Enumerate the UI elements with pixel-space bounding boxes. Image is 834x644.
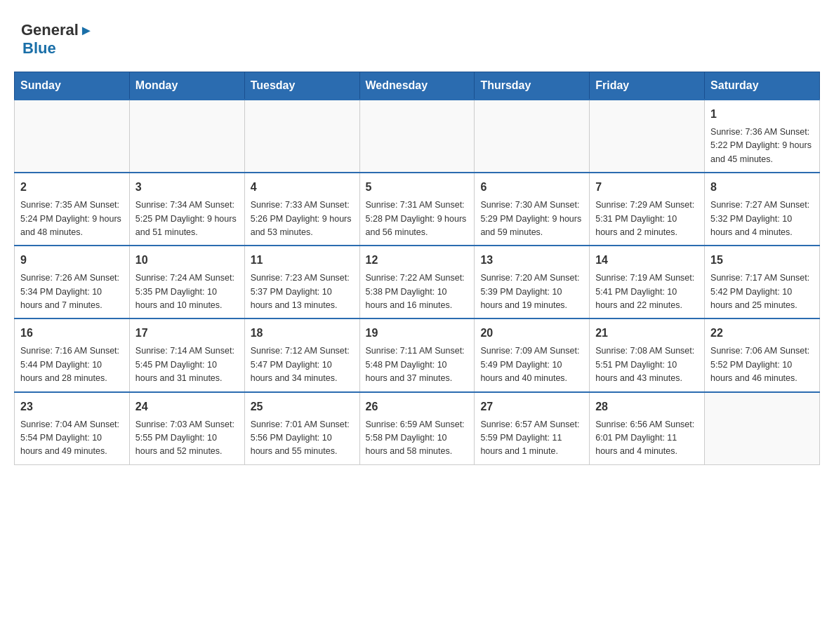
day-number: 12 — [366, 252, 469, 269]
calendar-cell: 3Sunrise: 7:34 AM Sunset: 5:25 PM Daylig… — [129, 173, 244, 246]
day-number: 17 — [135, 325, 239, 342]
day-info: Sunrise: 7:20 AM Sunset: 5:39 PM Dayligh… — [480, 271, 583, 312]
calendar-cell — [590, 100, 705, 173]
col-header-thursday: Thursday — [475, 72, 590, 100]
day-number: 6 — [480, 179, 583, 196]
day-info: Sunrise: 7:11 AM Sunset: 5:48 PM Dayligh… — [366, 344, 469, 385]
day-info: Sunrise: 7:16 AM Sunset: 5:44 PM Dayligh… — [20, 344, 124, 385]
day-info: Sunrise: 6:56 AM Sunset: 6:01 PM Dayligh… — [595, 418, 699, 459]
calendar-week-row: 2Sunrise: 7:35 AM Sunset: 5:24 PM Daylig… — [15, 173, 820, 246]
day-number: 4 — [251, 179, 354, 196]
day-number: 11 — [251, 252, 354, 269]
day-info: Sunrise: 7:31 AM Sunset: 5:28 PM Dayligh… — [366, 199, 469, 239]
calendar-cell: 23Sunrise: 7:04 AM Sunset: 5:54 PM Dayli… — [15, 392, 130, 465]
calendar-cell: 2Sunrise: 7:35 AM Sunset: 5:24 PM Daylig… — [15, 173, 130, 246]
day-number: 23 — [20, 398, 124, 415]
day-info: Sunrise: 7:30 AM Sunset: 5:29 PM Dayligh… — [480, 199, 583, 239]
day-info: Sunrise: 7:12 AM Sunset: 5:47 PM Dayligh… — [251, 344, 354, 385]
day-number: 20 — [480, 325, 583, 342]
calendar-cell: 9Sunrise: 7:26 AM Sunset: 5:34 PM Daylig… — [15, 246, 130, 318]
day-number: 1 — [710, 106, 814, 123]
col-header-tuesday: Tuesday — [244, 72, 359, 100]
day-info: Sunrise: 7:08 AM Sunset: 5:51 PM Dayligh… — [595, 344, 699, 385]
calendar-cell: 8Sunrise: 7:27 AM Sunset: 5:32 PM Daylig… — [705, 173, 820, 246]
calendar-cell: 11Sunrise: 7:23 AM Sunset: 5:37 PM Dayli… — [244, 246, 359, 318]
calendar-cell: 25Sunrise: 7:01 AM Sunset: 5:56 PM Dayli… — [244, 392, 359, 465]
day-number: 27 — [480, 398, 583, 415]
calendar-cell — [244, 100, 359, 173]
day-number: 28 — [595, 398, 699, 415]
day-info: Sunrise: 7:34 AM Sunset: 5:25 PM Dayligh… — [135, 199, 239, 239]
day-number: 13 — [480, 252, 583, 269]
calendar-header-row: SundayMondayTuesdayWednesdayThursdayFrid… — [15, 72, 820, 100]
calendar-cell: 5Sunrise: 7:31 AM Sunset: 5:28 PM Daylig… — [359, 173, 475, 246]
day-info: Sunrise: 7:26 AM Sunset: 5:34 PM Dayligh… — [20, 271, 124, 312]
day-number: 15 — [710, 252, 814, 269]
day-info: Sunrise: 6:57 AM Sunset: 5:59 PM Dayligh… — [480, 418, 583, 459]
calendar-cell: 12Sunrise: 7:22 AM Sunset: 5:38 PM Dayli… — [359, 246, 475, 318]
day-number: 21 — [595, 325, 699, 342]
day-number: 24 — [135, 398, 239, 415]
day-number: 5 — [366, 179, 469, 196]
day-info: Sunrise: 7:03 AM Sunset: 5:55 PM Dayligh… — [135, 418, 239, 459]
day-info: Sunrise: 7:19 AM Sunset: 5:41 PM Dayligh… — [595, 271, 699, 312]
day-info: Sunrise: 7:17 AM Sunset: 5:42 PM Dayligh… — [710, 271, 814, 312]
calendar-cell: 24Sunrise: 7:03 AM Sunset: 5:55 PM Dayli… — [129, 392, 244, 465]
calendar-cell — [475, 100, 590, 173]
day-number: 2 — [20, 179, 124, 196]
calendar-cell — [129, 100, 244, 173]
logo-arrow-icon: ► — [79, 22, 93, 39]
day-info: Sunrise: 7:09 AM Sunset: 5:49 PM Dayligh… — [480, 344, 583, 385]
day-info: Sunrise: 7:06 AM Sunset: 5:52 PM Dayligh… — [710, 344, 814, 385]
logo: General ► Blue — [21, 21, 94, 58]
calendar-week-row: 9Sunrise: 7:26 AM Sunset: 5:34 PM Daylig… — [15, 246, 820, 318]
day-number: 19 — [366, 325, 469, 342]
col-header-saturday: Saturday — [705, 72, 820, 100]
calendar-week-row: 23Sunrise: 7:04 AM Sunset: 5:54 PM Dayli… — [15, 392, 820, 465]
day-number: 10 — [135, 252, 239, 269]
calendar-cell: 21Sunrise: 7:08 AM Sunset: 5:51 PM Dayli… — [590, 318, 705, 391]
page-header: General ► Blue — [14, 14, 820, 58]
day-info: Sunrise: 7:04 AM Sunset: 5:54 PM Dayligh… — [20, 418, 124, 459]
day-number: 18 — [251, 325, 354, 342]
calendar-cell — [15, 100, 130, 173]
col-header-wednesday: Wednesday — [359, 72, 475, 100]
calendar-cell: 16Sunrise: 7:16 AM Sunset: 5:44 PM Dayli… — [15, 318, 130, 391]
logo-general: General — [21, 21, 79, 39]
day-info: Sunrise: 7:36 AM Sunset: 5:22 PM Dayligh… — [710, 126, 814, 166]
day-number: 8 — [710, 179, 814, 196]
calendar-cell: 13Sunrise: 7:20 AM Sunset: 5:39 PM Dayli… — [475, 246, 590, 318]
day-info: Sunrise: 7:01 AM Sunset: 5:56 PM Dayligh… — [251, 418, 354, 459]
day-number: 25 — [251, 398, 354, 415]
day-number: 7 — [595, 179, 699, 196]
calendar-cell: 17Sunrise: 7:14 AM Sunset: 5:45 PM Dayli… — [129, 318, 244, 391]
day-number: 9 — [20, 252, 124, 269]
calendar-cell: 4Sunrise: 7:33 AM Sunset: 5:26 PM Daylig… — [244, 173, 359, 246]
day-info: Sunrise: 6:59 AM Sunset: 5:58 PM Dayligh… — [366, 418, 469, 459]
calendar-cell: 22Sunrise: 7:06 AM Sunset: 5:52 PM Dayli… — [705, 318, 820, 391]
calendar-cell: 26Sunrise: 6:59 AM Sunset: 5:58 PM Dayli… — [359, 392, 475, 465]
calendar-cell: 14Sunrise: 7:19 AM Sunset: 5:41 PM Dayli… — [590, 246, 705, 318]
logo-top: General ► — [21, 21, 94, 39]
calendar-table: SundayMondayTuesdayWednesdayThursdayFrid… — [14, 72, 820, 465]
calendar-cell: 6Sunrise: 7:30 AM Sunset: 5:29 PM Daylig… — [475, 173, 590, 246]
calendar-week-row: 16Sunrise: 7:16 AM Sunset: 5:44 PM Dayli… — [15, 318, 820, 391]
day-number: 3 — [135, 179, 239, 196]
day-number: 14 — [595, 252, 699, 269]
calendar-cell: 20Sunrise: 7:09 AM Sunset: 5:49 PM Dayli… — [475, 318, 590, 391]
day-number: 22 — [710, 325, 814, 342]
day-number: 16 — [20, 325, 124, 342]
day-info: Sunrise: 7:27 AM Sunset: 5:32 PM Dayligh… — [710, 199, 814, 239]
day-info: Sunrise: 7:33 AM Sunset: 5:26 PM Dayligh… — [251, 199, 354, 239]
day-info: Sunrise: 7:29 AM Sunset: 5:31 PM Dayligh… — [595, 199, 699, 239]
calendar-cell: 18Sunrise: 7:12 AM Sunset: 5:47 PM Dayli… — [244, 318, 359, 391]
calendar-cell: 27Sunrise: 6:57 AM Sunset: 5:59 PM Dayli… — [475, 392, 590, 465]
calendar-cell: 19Sunrise: 7:11 AM Sunset: 5:48 PM Dayli… — [359, 318, 475, 391]
day-info: Sunrise: 7:22 AM Sunset: 5:38 PM Dayligh… — [366, 271, 469, 312]
calendar-cell: 15Sunrise: 7:17 AM Sunset: 5:42 PM Dayli… — [705, 246, 820, 318]
col-header-sunday: Sunday — [15, 72, 130, 100]
day-info: Sunrise: 7:23 AM Sunset: 5:37 PM Dayligh… — [251, 271, 354, 312]
calendar-cell: 28Sunrise: 6:56 AM Sunset: 6:01 PM Dayli… — [590, 392, 705, 465]
calendar-week-row: 1Sunrise: 7:36 AM Sunset: 5:22 PM Daylig… — [15, 100, 820, 173]
calendar-cell — [705, 392, 820, 465]
